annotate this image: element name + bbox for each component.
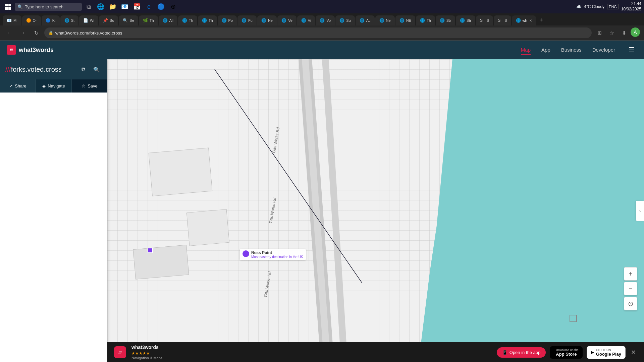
w3w-address: ///forks.voted.cross xyxy=(5,66,62,73)
taskbar-search[interactable]: 🔍 Type here to search xyxy=(15,3,82,11)
open-in-app-button[interactable]: 📱 Open in the app xyxy=(497,347,546,358)
share-button[interactable]: ↗ Share xyxy=(0,79,36,93)
map-building-3 xyxy=(133,245,189,280)
tab-wi[interactable]: 📄Wi xyxy=(79,15,98,25)
taskbar-app-chrome[interactable]: ⊕ xyxy=(168,1,178,12)
tab-s1[interactable]: SS xyxy=(476,15,493,25)
address-bar[interactable]: 🔒 what3words.com/forks.voted.cross xyxy=(44,27,592,38)
search-panel-button[interactable]: 🔍 xyxy=(91,64,102,75)
taskbar-search-placeholder: Type here to search xyxy=(25,4,63,9)
tab-ve[interactable]: 🌐Ve xyxy=(277,15,297,25)
browser-chrome: 📧Mi 🟠Or 🔵Ki 🌐St 📄Wi 📌Bo 🔍Se 🌿Th 🌐All 🌐Th… xyxy=(0,13,644,41)
tab-bo[interactable]: 📌Bo xyxy=(99,15,118,25)
tab-th3[interactable]: 🌐Th xyxy=(198,15,217,25)
main-content: ///forks.voted.cross ⧉ 🔍 ↗ Share ◈ Navig… xyxy=(0,59,644,362)
nav-developer[interactable]: Developer xyxy=(592,46,615,55)
search-icon: 🔍 xyxy=(17,4,23,9)
back-button[interactable]: ← xyxy=(4,27,15,38)
taskbar: 🔍 Type here to search ⧉ 🌐 📁 📧 📅 e 🔵 ⊕ ☁️… xyxy=(0,0,644,13)
taskbar-app-edge[interactable]: 🌐 xyxy=(95,1,106,12)
security-icon: 🔒 xyxy=(48,31,53,35)
app-store-button[interactable]: Download on the App Store xyxy=(550,346,583,359)
tab-ne2[interactable]: 🌐Ne xyxy=(375,15,395,25)
forward-button[interactable]: → xyxy=(17,27,28,38)
tab-th4[interactable]: 🌐Th xyxy=(416,15,435,25)
banner-text: what3words ★★★★★ Navigation & Maps xyxy=(131,345,162,360)
profile-button[interactable]: A xyxy=(631,27,640,37)
tab-wh[interactable]: 🌐wh✕ xyxy=(512,15,536,25)
navigate-button[interactable]: ◈ Navigate xyxy=(36,79,72,93)
start-button[interactable] xyxy=(3,1,13,12)
add-to-desktop-button[interactable]: ⊞ xyxy=(594,27,605,38)
download-button[interactable]: ⬇ xyxy=(619,27,629,38)
save-icon: ☆ xyxy=(82,83,86,88)
location-pin[interactable] xyxy=(148,248,153,253)
nav-business[interactable]: Business xyxy=(561,46,582,55)
svg-rect-2 xyxy=(5,7,8,10)
navigate-label: Navigate xyxy=(48,83,65,88)
ness-point-subtitle: Most easterly destination in the UK xyxy=(251,255,303,259)
w3w-menu-button[interactable]: ☰ xyxy=(626,45,637,55)
zoom-out-button[interactable]: − xyxy=(624,282,637,295)
taskbar-app-explorer[interactable]: 📁 xyxy=(107,1,118,12)
svg-rect-0 xyxy=(5,4,8,6)
map-area[interactable]: Gas Works Rd Gas Works Rd Gas Works Rd xyxy=(107,59,644,362)
w3w-logo[interactable]: /// what3words xyxy=(7,45,54,55)
tab-se[interactable]: 🔍Se xyxy=(119,15,138,25)
tab-vo[interactable]: 🌐Vo xyxy=(316,15,335,25)
tab-su[interactable]: 🌐Su xyxy=(335,15,355,25)
tab-st[interactable]: 🌐St xyxy=(60,15,78,25)
tab-str2[interactable]: 🌐Str xyxy=(456,15,475,25)
w3w-address-prefix: /// xyxy=(5,66,11,73)
tab-th1[interactable]: 🌿Th xyxy=(139,15,158,25)
copy-button[interactable]: ⧉ xyxy=(78,64,89,75)
map-canvas: Gas Works Rd Gas Works Rd Gas Works Rd xyxy=(107,59,644,362)
tab-mi[interactable]: 📧Mi xyxy=(3,15,21,25)
tab-ki[interactable]: 🔵Ki xyxy=(42,15,60,25)
map-sea xyxy=(419,59,644,362)
tab-po[interactable]: 🌐Po xyxy=(218,15,237,25)
weather-icon: ☁️ xyxy=(576,4,581,9)
save-button[interactable]: ☆ Save xyxy=(72,79,107,93)
map-building-2 xyxy=(186,209,229,246)
ness-point-label[interactable]: Ness Point Most easterly destination in … xyxy=(240,249,306,260)
tab-all[interactable]: 🌐All xyxy=(159,15,177,25)
new-tab-button[interactable]: + xyxy=(537,15,546,25)
w3w-nav: Map App Business Developer ☰ xyxy=(521,45,637,55)
tab-ac[interactable]: 🌐Ac xyxy=(356,15,375,25)
close-banner-button[interactable]: ✕ xyxy=(630,347,637,357)
bookmark-button[interactable]: ☆ xyxy=(606,27,617,38)
taskbar-app-edge2[interactable]: e xyxy=(144,1,154,12)
zoom-in-button[interactable]: + xyxy=(624,267,637,281)
play-store-button[interactable]: ▶ GET IT ON Google Play xyxy=(587,346,626,359)
tab-or[interactable]: 🟠Or xyxy=(22,15,41,25)
banner-subtitle: Navigation & Maps xyxy=(131,356,162,360)
map-building-1 xyxy=(149,148,213,196)
tab-s2[interactable]: SS xyxy=(494,15,511,25)
taskbar-app-outlook[interactable]: 📧 xyxy=(119,1,130,12)
tab-fu[interactable]: 🌐Fu xyxy=(237,15,257,25)
taskbar-app-calendar[interactable]: 📅 xyxy=(131,1,142,12)
task-view-button[interactable]: ⧉ xyxy=(83,1,94,12)
right-panel-toggle[interactable]: › xyxy=(636,201,644,221)
w3w-app: /// what3words Map App Business Develope… xyxy=(0,41,644,362)
w3w-header: /// what3words Map App Business Develope… xyxy=(0,41,644,59)
action-buttons: ↗ Share ◈ Navigate ☆ Save xyxy=(0,79,107,93)
ness-point-title: Ness Point xyxy=(251,250,303,255)
weather-text: 4°C Cloudy xyxy=(584,4,604,9)
svg-rect-1 xyxy=(8,4,11,6)
nav-app[interactable]: App xyxy=(541,46,550,55)
play-store-text: GET IT ON Google Play xyxy=(596,348,621,357)
taskbar-app-bing[interactable]: 🔵 xyxy=(156,1,166,12)
nav-map[interactable]: Map xyxy=(521,46,531,55)
tab-vi[interactable]: 🌐Vi xyxy=(297,15,315,25)
tab-ne1[interactable]: 🌐Ne xyxy=(257,15,277,25)
banner-actions: 📱 Open in the app Download on the App St… xyxy=(497,346,637,359)
tab-str1[interactable]: 🌐Str xyxy=(436,15,455,25)
banner-stars: ★★★★★ xyxy=(131,351,150,356)
bottom-banner: /// what3words ★★★★★ Navigation & Maps 📱… xyxy=(107,342,644,362)
gps-button[interactable]: ⊙ xyxy=(624,297,637,310)
tab-th2[interactable]: 🌐Th xyxy=(178,15,197,25)
refresh-button[interactable]: ↻ xyxy=(31,27,42,38)
tab-ne3[interactable]: 🌐NE xyxy=(395,15,415,25)
